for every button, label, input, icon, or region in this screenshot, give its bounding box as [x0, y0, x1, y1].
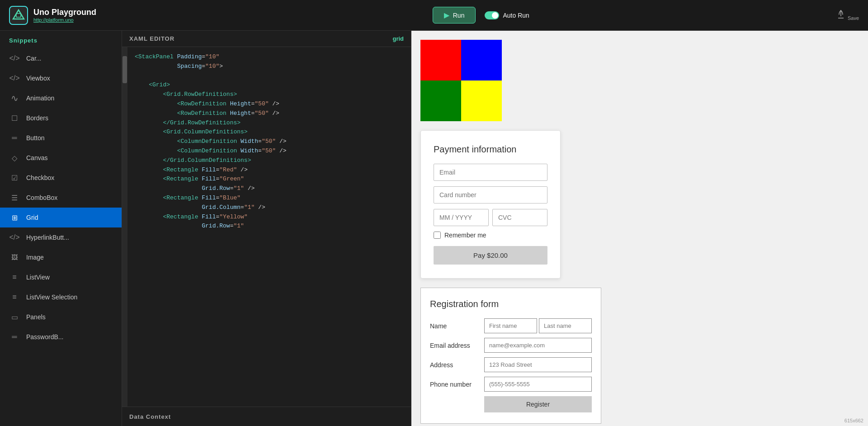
sidebar-item-listview[interactable]: ≡ ListView	[0, 267, 122, 287]
sidebar-item-label: HyperlinkButt...	[26, 234, 69, 241]
panels-icon: ▭	[9, 312, 20, 322]
sidebar-item-checkbox[interactable]: ☑ Checkbox	[0, 168, 122, 188]
card-row	[434, 209, 547, 226]
cvc-input[interactable]	[492, 209, 547, 226]
phone-input-wrap	[484, 377, 592, 392]
address-input[interactable]	[484, 357, 592, 372]
passwordb-icon: ═	[9, 331, 20, 342]
preview-forms-col: Payment information Remember me Pay $20.…	[420, 130, 601, 424]
pay-button[interactable]: Pay $20.00	[434, 246, 547, 265]
run-button[interactable]: ▶ Run	[433, 7, 476, 24]
name-label: Name	[430, 322, 484, 330]
firstname-input[interactable]	[484, 318, 537, 333]
app-url[interactable]: http://platform.uno	[33, 17, 96, 23]
animation-icon: ∿	[9, 93, 20, 104]
sidebar-title: Snippets	[0, 31, 122, 48]
name-inputs	[484, 318, 592, 333]
button-icon: ═	[9, 133, 20, 143]
sidebar-item-label: Checkbox	[26, 174, 54, 181]
editor-title: XAML EDITOR	[129, 35, 175, 42]
grid-icon: ⊞	[9, 212, 20, 223]
sidebar-item-label: Animation	[26, 95, 54, 102]
address-row: Address	[430, 357, 592, 372]
code-icon: </>	[9, 73, 20, 84]
sidebar-item-label: Button	[26, 134, 44, 142]
sidebar-item-animation[interactable]: ∿ Animation	[0, 88, 122, 108]
sidebar-item-label: Car...	[26, 55, 41, 62]
email-row: Email address	[430, 338, 592, 353]
sidebar-item-combobox[interactable]: ☰ ComboBox	[0, 188, 122, 208]
app-title: Uno Playground	[33, 8, 96, 17]
color-cell-blue	[461, 40, 502, 80]
color-grid	[420, 40, 502, 121]
header: Uno Playground http://platform.uno ▶ Run…	[0, 0, 868, 31]
run-label: Run	[453, 12, 465, 19]
address-input-wrap	[484, 357, 592, 372]
phone-label: Phone number	[430, 381, 484, 388]
sidebar-item-label: ListView Selection	[26, 293, 77, 301]
sidebar-item-label: Grid	[26, 214, 38, 221]
sidebar-item-hyperlinkbutt[interactable]: </> HyperlinkButt...	[0, 227, 122, 247]
registration-form: Registration form Name Email address Add…	[420, 288, 601, 424]
code-editor[interactable]: <StackPanel Padding="10" Spacing="10"> <…	[127, 47, 411, 407]
checkbox-icon: ☑	[9, 172, 20, 183]
sidebar-item-label: Image	[26, 254, 44, 261]
editor-content[interactable]: <StackPanel Padding="10" Spacing="10"> <…	[122, 47, 411, 407]
image-icon: 🖼	[9, 252, 20, 263]
expiry-input[interactable]	[434, 209, 489, 226]
editor-tag: grid	[392, 35, 404, 42]
remember-checkbox[interactable]	[434, 232, 441, 239]
sidebar-item-label: Canvas	[26, 154, 47, 161]
save-button[interactable]: Save	[835, 9, 859, 21]
color-cell-green	[420, 80, 461, 121]
payment-form: Payment information Remember me Pay $20.…	[420, 130, 561, 279]
editor-scrollbar[interactable]	[122, 47, 127, 407]
logo-area: Uno Playground http://platform.uno	[9, 6, 127, 25]
phone-input[interactable]	[484, 377, 592, 392]
email-label: Email address	[430, 342, 484, 349]
auto-run-toggle[interactable]	[485, 11, 499, 19]
listview-icon: ≡	[9, 272, 20, 283]
logo-icon	[9, 6, 28, 25]
phone-row: Phone number	[430, 377, 592, 392]
color-cell-yellow	[461, 80, 502, 121]
sidebar-item-borders[interactable]: ☐ Borders	[0, 108, 122, 128]
sidebar-item-button[interactable]: ═ Button	[0, 128, 122, 148]
reg-email-input[interactable]	[484, 338, 592, 353]
sidebar-item-canvas[interactable]: ◇ Canvas	[0, 148, 122, 168]
data-context-area: Data Context	[122, 407, 411, 426]
preview-area: Payment information Remember me Pay $20.…	[411, 31, 868, 426]
registration-title: Registration form	[430, 299, 592, 309]
sidebar: Snippets </> Car... </> Viewbox ∿ Animat…	[0, 31, 122, 426]
register-button[interactable]: Register	[484, 396, 592, 412]
listview-sel-icon: ≡	[9, 292, 20, 303]
sidebar-item-image[interactable]: 🖼 Image	[0, 247, 122, 267]
sidebar-item-label: Borders	[26, 114, 48, 122]
save-label: Save	[848, 15, 859, 21]
remember-row: Remember me	[434, 232, 547, 239]
card-number-input[interactable]	[434, 186, 547, 204]
borders-icon: ☐	[9, 113, 20, 123]
logo-text: Uno Playground http://platform.uno	[33, 8, 96, 23]
sidebar-item-listview-selection[interactable]: ≡ ListView Selection	[0, 287, 122, 307]
editor-scrollbar-thumb[interactable]	[123, 56, 127, 83]
sidebar-item-panels[interactable]: ▭ Panels	[0, 307, 122, 327]
sidebar-item-label: ComboBox	[26, 194, 57, 201]
data-context-label: Data Context	[129, 413, 171, 420]
svg-rect-1	[16, 14, 21, 17]
color-cell-red	[420, 40, 461, 80]
auto-run-area: Auto Run	[485, 11, 529, 19]
sidebar-item-car[interactable]: </> Car...	[0, 48, 122, 68]
header-right: Save	[835, 9, 859, 21]
main: Snippets </> Car... </> Viewbox ∿ Animat…	[0, 31, 868, 426]
sidebar-item-grid[interactable]: ⊞ Grid	[0, 208, 122, 227]
address-label: Address	[430, 361, 484, 369]
lastname-input[interactable]	[539, 318, 592, 333]
svg-marker-0	[13, 10, 24, 19]
auto-run-label: Auto Run	[503, 12, 529, 19]
sidebar-item-label: ListView	[26, 274, 50, 281]
email-input[interactable]	[434, 164, 547, 181]
sidebar-item-viewbox[interactable]: </> Viewbox	[0, 68, 122, 88]
payment-title: Payment information	[434, 144, 547, 155]
sidebar-item-passwordb[interactable]: ═ PasswordB...	[0, 327, 122, 347]
